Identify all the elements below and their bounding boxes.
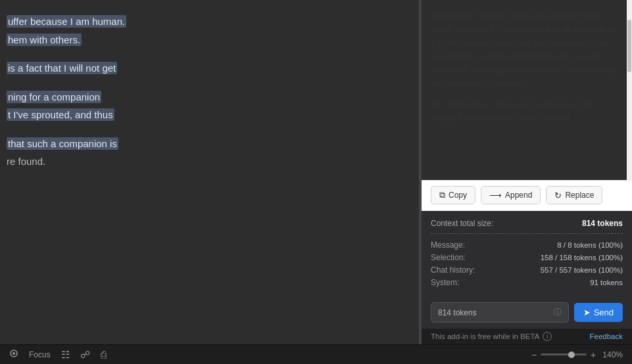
zoom-slider[interactable] bbox=[541, 353, 587, 355]
editor-block-4: that such a companion is re found. bbox=[7, 135, 412, 170]
main-area: uffer because I am human. hem with other… bbox=[0, 0, 632, 344]
token-count-display: 814 tokens bbox=[438, 308, 550, 317]
highlighted-text: hem with others. bbox=[7, 34, 82, 46]
editor-line: ning for a companion bbox=[7, 89, 412, 106]
editor-line: is a fact that I will not get bbox=[7, 60, 412, 77]
beta-notice-bar: This add-in is free while in BETA i Feed… bbox=[422, 328, 632, 344]
copy-label: Copy bbox=[449, 191, 467, 200]
editor-line: uffer because I am human. bbox=[7, 13, 412, 30]
status-bar: Focus ☷ ☍ ⎙ − + 140% bbox=[0, 344, 632, 364]
editor-line: that such a companion is bbox=[7, 135, 412, 152]
token-label-message: Message: bbox=[431, 240, 465, 250]
highlighted-text: is a fact that I will not get bbox=[7, 62, 117, 74]
document-icon[interactable]: ☍ bbox=[80, 349, 90, 361]
highlighted-text: that such a companion is bbox=[7, 137, 118, 150]
highlighted-text: uffer because I am human. bbox=[7, 15, 126, 28]
ai-response-scroll-area: that leads to a world where like-minded … bbox=[422, 0, 632, 180]
info-icon[interactable]: ⓘ bbox=[554, 307, 562, 318]
token-label-history: Chat history: bbox=[431, 265, 475, 275]
highlighted-text: t I've sprouted, and thus bbox=[7, 108, 114, 121]
plain-text: re found. bbox=[7, 156, 45, 167]
token-stats-box: Context total size: 814 tokens Message: … bbox=[422, 211, 632, 297]
highlighted-text: ning for a companion bbox=[7, 91, 101, 103]
feedback-link[interactable]: Feedback bbox=[589, 332, 623, 340]
editor-block-1: uffer because I am human. hem with other… bbox=[7, 13, 412, 48]
token-row-history: Chat history: 557 / 557 tokens (100%) bbox=[431, 265, 623, 275]
token-stats-total: 814 tokens bbox=[582, 219, 623, 228]
ai-response-text-2: So, my friends, I urge you to join me on… bbox=[431, 98, 623, 125]
zoom-control: − + 140% bbox=[531, 350, 623, 360]
send-label: Send bbox=[594, 307, 614, 317]
status-bar-right: − + 140% bbox=[531, 350, 623, 360]
scrollbar-thumb[interactable] bbox=[627, 20, 631, 72]
send-button[interactable]: ➤ Send bbox=[574, 303, 623, 322]
editor-line: hem with others. bbox=[7, 32, 412, 49]
ai-response-area: that leads to a world where like-minded … bbox=[422, 0, 632, 138]
copy-icon: ⧉ bbox=[439, 190, 445, 200]
token-row-system: System: 91 tokens bbox=[431, 278, 623, 287]
replace-label: Replace bbox=[565, 191, 594, 200]
copy-button[interactable]: ⧉ Copy bbox=[431, 186, 475, 204]
zoom-level-display: 140% bbox=[602, 350, 623, 359]
token-value-selection: 158 / 158 tokens (100%) bbox=[541, 254, 623, 262]
sidebar-panel: that leads to a world where like-minded … bbox=[422, 0, 632, 344]
editor-block-2: is a fact that I will not get bbox=[7, 60, 412, 77]
token-value-history: 557 / 557 tokens (100%) bbox=[541, 266, 623, 274]
editor-line: re found. bbox=[7, 153, 412, 170]
focus-label[interactable]: Focus bbox=[29, 350, 51, 359]
token-label-selection: Selection: bbox=[431, 253, 466, 262]
action-buttons-bar: ⧉ Copy ⟶ Append ↻ Replace bbox=[422, 180, 632, 211]
status-bar-left: Focus ☷ ☍ ⎙ bbox=[9, 349, 107, 361]
token-stats-header: Context total size: 814 tokens bbox=[431, 219, 623, 234]
token-row-selection: Selection: 158 / 158 tokens (100%) bbox=[431, 253, 623, 262]
send-input-wrapper[interactable]: 814 tokens ⓘ bbox=[431, 302, 569, 323]
token-stats-title: Context total size: bbox=[431, 219, 493, 228]
send-icon: ➤ bbox=[583, 307, 591, 317]
ai-response-text-1: that leads to a world where like-minded … bbox=[431, 9, 623, 91]
zoom-slider-thumb[interactable] bbox=[568, 352, 575, 358]
token-value-system: 91 tokens bbox=[590, 279, 623, 286]
append-icon: ⟶ bbox=[489, 191, 502, 200]
token-value-message: 8 / 8 tokens (100%) bbox=[557, 241, 623, 249]
editor-line: t I've sprouted, and thus bbox=[7, 106, 412, 124]
zoom-decrease-button[interactable]: − bbox=[531, 350, 537, 360]
send-area: 814 tokens ⓘ ➤ Send bbox=[422, 297, 632, 328]
replace-icon: ↻ bbox=[554, 191, 562, 200]
zoom-increase-button[interactable]: + bbox=[591, 350, 596, 360]
vertical-scrollbar[interactable] bbox=[627, 0, 632, 180]
beta-notice-text: This add-in is free while in BETA bbox=[431, 332, 539, 340]
print-icon[interactable]: ⎙ bbox=[101, 349, 107, 360]
layout-icon[interactable]: ☷ bbox=[61, 349, 70, 361]
editor-panel: uffer because I am human. hem with other… bbox=[0, 0, 419, 344]
focus-button[interactable] bbox=[9, 349, 18, 360]
append-label: Append bbox=[505, 191, 532, 200]
token-label-system: System: bbox=[431, 278, 459, 287]
svg-point-1 bbox=[12, 352, 15, 355]
beta-info: This add-in is free while in BETA i bbox=[431, 332, 552, 341]
focus-icon bbox=[9, 349, 18, 358]
token-row-message: Message: 8 / 8 tokens (100%) bbox=[431, 240, 623, 250]
beta-info-icon[interactable]: i bbox=[543, 332, 552, 341]
replace-button[interactable]: ↻ Replace bbox=[546, 186, 602, 204]
append-button[interactable]: ⟶ Append bbox=[481, 186, 541, 204]
editor-block-3: ning for a companion t I've sprouted, an… bbox=[7, 89, 412, 124]
